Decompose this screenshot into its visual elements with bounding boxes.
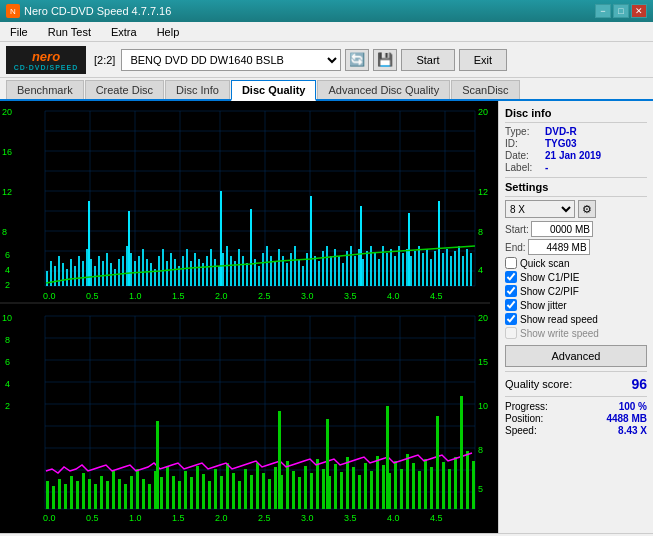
settings-icon[interactable]: ⚙ (578, 200, 596, 218)
tab-create-disc[interactable]: Create Disc (85, 80, 164, 99)
svg-rect-43 (86, 249, 88, 286)
svg-rect-69 (190, 261, 192, 286)
maximize-button[interactable]: □ (613, 4, 629, 18)
svg-rect-240 (340, 472, 343, 509)
svg-rect-123 (406, 249, 408, 286)
start-input[interactable] (531, 221, 593, 237)
menu-file[interactable]: File (4, 24, 34, 40)
svg-text:4.5: 4.5 (430, 513, 443, 523)
svg-rect-137 (462, 256, 464, 286)
svg-rect-70 (194, 253, 196, 286)
svg-rect-136 (458, 246, 460, 286)
svg-text:8: 8 (2, 227, 7, 237)
svg-rect-205 (130, 476, 133, 509)
menu-run-test[interactable]: Run Test (42, 24, 97, 40)
svg-rect-119 (390, 249, 392, 286)
svg-rect-267 (436, 416, 439, 509)
quality-score: 96 (631, 376, 647, 392)
svg-text:1.5: 1.5 (172, 291, 185, 301)
quick-scan-label: Quick scan (520, 258, 569, 269)
svg-rect-55 (134, 261, 136, 286)
svg-text:3.5: 3.5 (344, 291, 357, 301)
svg-rect-128 (426, 249, 428, 286)
tab-advanced-disc-quality[interactable]: Advanced Disc Quality (317, 80, 450, 99)
svg-rect-206 (136, 469, 139, 509)
tab-benchmark[interactable]: Benchmark (6, 80, 84, 99)
advanced-button[interactable]: Advanced (505, 345, 647, 367)
svg-rect-76 (218, 266, 220, 286)
show-write-speed-label: Show write speed (520, 328, 599, 339)
svg-rect-116 (378, 259, 380, 286)
svg-rect-257 (442, 462, 445, 509)
svg-rect-229 (274, 467, 277, 509)
svg-rect-104 (330, 256, 332, 286)
svg-rect-245 (370, 471, 373, 509)
svg-rect-59 (150, 263, 152, 286)
svg-rect-251 (406, 454, 409, 509)
svg-rect-193 (58, 479, 61, 509)
svg-rect-103 (326, 246, 328, 286)
reload-icon[interactable]: 🔄 (345, 49, 369, 71)
svg-rect-217 (202, 474, 205, 509)
svg-rect-250 (400, 469, 403, 509)
svg-rect-102 (322, 251, 324, 286)
save-icon[interactable]: 💾 (373, 49, 397, 71)
svg-rect-62 (162, 249, 164, 286)
svg-rect-236 (316, 459, 319, 509)
drive-select[interactable]: BENQ DVD DD DW1640 BSLB (121, 49, 341, 71)
svg-rect-94 (290, 253, 292, 286)
svg-text:16: 16 (2, 147, 12, 157)
start-button[interactable]: Start (401, 49, 454, 71)
close-button[interactable]: ✕ (631, 4, 647, 18)
svg-text:1.0: 1.0 (129, 291, 142, 301)
svg-rect-98 (306, 253, 308, 286)
svg-text:0.0: 0.0 (43, 513, 56, 523)
quick-scan-checkbox[interactable] (505, 257, 517, 269)
chart-area: 20 16 12 8 6 4 2 20 12 8 4 (0, 101, 498, 533)
svg-rect-126 (418, 246, 420, 286)
show-c2pif-checkbox[interactable] (505, 285, 517, 297)
nero-logo: nero CD·DVD/SPEED (6, 46, 86, 74)
svg-text:6: 6 (5, 357, 10, 367)
svg-rect-112 (362, 259, 364, 286)
tab-scandisc[interactable]: ScanDisc (451, 80, 519, 99)
svg-rect-83 (246, 263, 248, 286)
svg-rect-124 (410, 256, 412, 286)
svg-rect-247 (382, 465, 385, 509)
minimize-button[interactable]: − (595, 4, 611, 18)
svg-rect-88 (266, 246, 268, 286)
svg-rect-226 (256, 463, 259, 509)
svg-rect-54 (130, 253, 132, 286)
svg-rect-48 (106, 253, 108, 286)
show-write-speed-checkbox[interactable] (505, 327, 517, 339)
svg-text:1.5: 1.5 (172, 513, 185, 523)
show-c1pie-checkbox[interactable] (505, 271, 517, 283)
svg-rect-215 (190, 477, 193, 509)
svg-rect-141 (128, 211, 130, 286)
tab-disc-info[interactable]: Disc Info (165, 80, 230, 99)
show-read-speed-checkbox[interactable] (505, 313, 517, 325)
svg-rect-253 (418, 471, 421, 509)
svg-text:6: 6 (5, 250, 10, 260)
svg-rect-107 (342, 263, 344, 286)
exit-button[interactable]: Exit (459, 49, 507, 71)
svg-rect-242 (352, 467, 355, 509)
speed-label: Speed: (505, 425, 537, 436)
quality-label: Quality score: (505, 378, 572, 390)
menu-extra[interactable]: Extra (105, 24, 143, 40)
end-input[interactable] (528, 239, 590, 255)
disc-info-title: Disc info (505, 107, 647, 119)
svg-rect-144 (310, 196, 312, 286)
show-jitter-checkbox[interactable] (505, 299, 517, 311)
svg-rect-100 (314, 256, 316, 286)
menu-bar: File Run Test Extra Help (0, 22, 653, 42)
svg-rect-110 (354, 256, 356, 286)
svg-rect-220 (220, 476, 223, 509)
svg-text:2.5: 2.5 (258, 291, 271, 301)
title-bar: N Nero CD-DVD Speed 4.7.7.16 − □ ✕ (0, 0, 653, 22)
menu-help[interactable]: Help (151, 24, 186, 40)
speed-select[interactable]: 8 X (505, 200, 575, 218)
svg-text:2: 2 (5, 401, 10, 411)
svg-text:12: 12 (2, 187, 12, 197)
tab-disc-quality[interactable]: Disc Quality (231, 80, 317, 101)
